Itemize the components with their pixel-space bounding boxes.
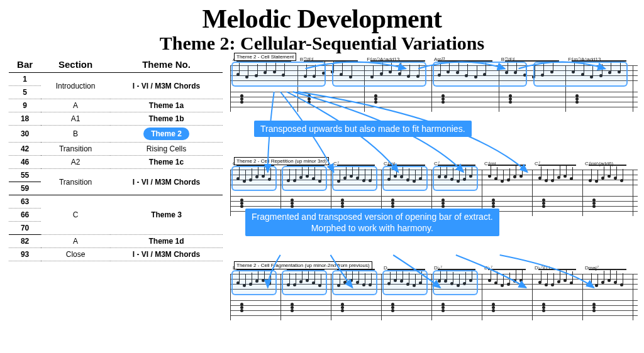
cell-bar: 30 bbox=[9, 126, 41, 143]
cell-section: Close bbox=[41, 248, 110, 261]
stem bbox=[541, 166, 541, 178]
cell-highlight bbox=[332, 270, 377, 295]
barline bbox=[230, 65, 231, 112]
bass-note bbox=[240, 205, 243, 208]
cell-bar: 63 bbox=[9, 195, 41, 209]
cell-theme: I - VI / M3M Chords bbox=[110, 73, 223, 99]
stem bbox=[610, 165, 611, 176]
stem bbox=[503, 170, 504, 181]
barline bbox=[230, 274, 231, 320]
stem bbox=[591, 273, 592, 285]
bass-note bbox=[291, 205, 294, 208]
stem bbox=[623, 273, 623, 285]
barline bbox=[582, 274, 583, 320]
cell-bar: 66 bbox=[9, 209, 41, 222]
page-subtitle: Theme 2: Cellular-Sequential Variations bbox=[0, 33, 644, 54]
cell-highlight bbox=[433, 166, 478, 191]
stem bbox=[566, 269, 567, 280]
table-row: 18A1Theme 1b bbox=[9, 112, 223, 126]
cell-section: Introduction bbox=[41, 73, 110, 99]
cell-highlight bbox=[231, 62, 326, 87]
table-row: 63CTheme 3 bbox=[9, 195, 223, 209]
cell-theme: Theme 1a bbox=[110, 99, 223, 112]
page-title: Melodic Development bbox=[0, 4, 644, 34]
cell-section: A bbox=[41, 99, 110, 112]
cell-highlight bbox=[332, 166, 377, 191]
table-row: 93CloseI - VI / M3M Chords bbox=[9, 248, 223, 261]
stem bbox=[597, 170, 598, 181]
bass-note bbox=[492, 309, 495, 312]
bass-note bbox=[391, 309, 394, 312]
cell-highlight bbox=[433, 270, 478, 295]
barline bbox=[633, 170, 633, 216]
table-row: 46A2Theme 1c bbox=[9, 156, 223, 169]
cell-highlight bbox=[282, 270, 327, 295]
score-area: Theme 2 - Cell StatementAm¹³B⁷⁵/F♯F♯m⁷/A… bbox=[230, 58, 638, 353]
system-label: Theme 2 - Cell Fragmentation (up minor-2… bbox=[234, 261, 372, 269]
cell-section: Transition bbox=[41, 169, 110, 195]
annotation-fragmented: Fragmented and transposed version of ope… bbox=[245, 209, 499, 236]
staves: D♭⁷C⁷D♭⁷♯11DD♭⁷D♭⁷D♭⁷♯11Dmaj⁷ bbox=[230, 266, 638, 323]
stem bbox=[522, 165, 523, 176]
stem bbox=[547, 169, 548, 180]
stem bbox=[491, 165, 491, 176]
bass-note bbox=[592, 309, 596, 312]
cell-bar: 5 bbox=[9, 86, 41, 99]
bass-note bbox=[291, 309, 294, 312]
score-system: Theme 2 - Cell Fragmentation (up minor-2… bbox=[230, 266, 638, 353]
beam bbox=[589, 269, 626, 270]
stem bbox=[516, 165, 516, 176]
cell-theme: Rising Cells bbox=[110, 143, 223, 156]
bass-note bbox=[542, 205, 545, 208]
cell-bar: 93 bbox=[9, 248, 41, 261]
bass-note bbox=[441, 100, 445, 104]
barline bbox=[381, 274, 382, 320]
bass-note bbox=[441, 205, 445, 208]
theme-highlight-pill: Theme 2 bbox=[143, 128, 189, 140]
barline bbox=[532, 170, 533, 216]
barline bbox=[482, 274, 482, 320]
bass-note bbox=[341, 205, 344, 208]
cell-highlight bbox=[533, 62, 628, 87]
cell-highlight bbox=[382, 166, 428, 191]
score-system: Theme 2 - Cell StatementAm¹³B⁷⁵/F♯F♯m⁷/A… bbox=[230, 58, 638, 152]
cell-highlight bbox=[231, 166, 277, 191]
barline bbox=[582, 170, 583, 216]
beam bbox=[488, 269, 526, 270]
cell-section: A bbox=[41, 235, 110, 248]
stem bbox=[616, 166, 617, 178]
cell-highlight bbox=[332, 62, 426, 87]
table-row: 9ATheme 1a bbox=[9, 99, 223, 112]
bass-note bbox=[308, 100, 311, 104]
stem bbox=[604, 166, 604, 178]
cell-section: C bbox=[41, 195, 110, 235]
stem bbox=[604, 271, 604, 282]
stem bbox=[497, 167, 497, 178]
table-row: 1IntroductionI - VI / M3M Chords bbox=[9, 73, 223, 86]
stem bbox=[560, 270, 560, 281]
cell-section: B bbox=[41, 126, 110, 143]
cell-section: A1 bbox=[41, 112, 110, 126]
bass-note bbox=[240, 309, 243, 312]
bass-note bbox=[509, 100, 512, 104]
stem bbox=[566, 165, 567, 176]
barline bbox=[532, 274, 533, 320]
cell-bar: 42 bbox=[9, 143, 41, 156]
cell-theme: Theme 1b bbox=[110, 112, 223, 126]
cell-bar: 1 bbox=[9, 73, 41, 86]
stem bbox=[522, 269, 523, 280]
bass-note bbox=[441, 309, 445, 312]
cell-bar: 46 bbox=[9, 156, 41, 169]
cell-theme: Theme 3 bbox=[110, 195, 223, 235]
cell-highlight bbox=[231, 270, 277, 295]
stem bbox=[572, 271, 573, 283]
stem bbox=[597, 274, 598, 285]
stem bbox=[547, 273, 548, 285]
barline bbox=[431, 274, 432, 320]
barline bbox=[633, 65, 633, 112]
bass-note bbox=[542, 309, 545, 312]
cell-bar: 59 bbox=[9, 182, 41, 195]
stem bbox=[591, 169, 592, 180]
annotation-transposed: Transposed upwards but also made to fit … bbox=[254, 121, 472, 137]
cell-theme: Theme 1c bbox=[110, 156, 223, 169]
